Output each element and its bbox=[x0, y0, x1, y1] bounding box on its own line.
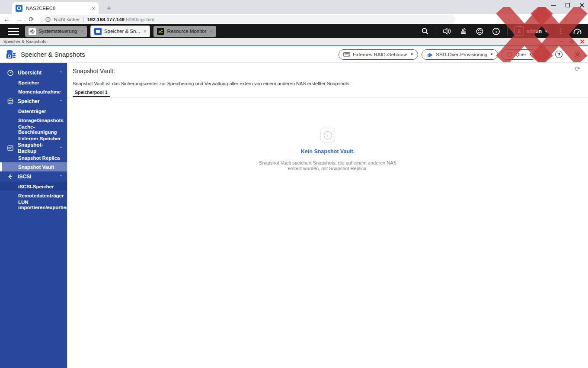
taskbar-separator bbox=[436, 27, 436, 36]
forward-icon[interactable]: → bbox=[16, 16, 22, 23]
tab-close-icon[interactable]: × bbox=[92, 6, 95, 11]
content-description: Snapshot Vault ist das Sicherungscenter … bbox=[73, 81, 588, 86]
more-options-icon[interactable]: ⋮ bbox=[553, 24, 569, 38]
chevron-up-icon[interactable]: ⌃ bbox=[59, 99, 63, 104]
site-info-icon[interactable] bbox=[45, 17, 51, 22]
page-title: Speicher & Snapshots bbox=[21, 51, 85, 58]
empty-state-text: Snapshot Vault speichert Snapshots, die … bbox=[256, 160, 399, 171]
window-maximize-button[interactable] bbox=[569, 39, 574, 44]
tab-close-icon[interactable]: × bbox=[210, 29, 212, 34]
browser-toolbar: ← → ⟳ Nicht sicher 192.168.177.149:8080/… bbox=[0, 14, 588, 24]
url-text: 192.168.177.149:8080/cgi-bin/ bbox=[87, 17, 154, 22]
empty-state: i Kein Snapshot Vault. Snapshot Vault sp… bbox=[67, 128, 588, 171]
sidebar-item-externer-speicher[interactable]: Externer Speicher bbox=[0, 134, 67, 143]
sidebar-item-iscsi-speicher[interactable]: iSCSI-Speicher bbox=[0, 182, 67, 191]
browser-tabstrip: NAS2CEEC8 × + bbox=[0, 0, 588, 14]
sidebar-item-remotedatentraeger[interactable]: Remotedatenträger bbox=[0, 191, 67, 200]
address-bar[interactable]: Nicht sicher 192.168.177.149:8080/cgi-bi… bbox=[40, 15, 455, 23]
tab-close-icon[interactable]: × bbox=[144, 29, 146, 34]
sidebar-item-snapshot-replica[interactable]: Snapshot Replica bbox=[0, 153, 67, 162]
taskbar-tab-label: Speicher & Sn... bbox=[104, 29, 140, 34]
sidebar-section-snapshot-backup[interactable]: Snapshot-Backup ⌃ bbox=[0, 143, 67, 153]
taskbar-separator bbox=[507, 27, 508, 36]
notifications-bell-icon[interactable] bbox=[540, 51, 552, 58]
site-favicon-icon bbox=[16, 5, 22, 12]
main-menu-icon[interactable] bbox=[8, 28, 19, 35]
browser-close-button[interactable] bbox=[579, 3, 585, 8]
window-minimize-button[interactable] bbox=[559, 41, 563, 42]
qtier-button[interactable]: Qtier ▼ bbox=[502, 49, 537, 60]
qtier-icon bbox=[506, 52, 513, 57]
chevron-up-icon[interactable]: ⌃ bbox=[59, 146, 63, 151]
window-controls bbox=[559, 39, 585, 44]
sidebar-item-momentaufnahme[interactable]: Momentaufnahme bbox=[0, 87, 67, 96]
browser-minimize-button[interactable] bbox=[551, 5, 556, 6]
help-icon[interactable]: ? bbox=[555, 51, 562, 58]
tab-close-icon[interactable]: × bbox=[81, 29, 83, 34]
sidebar-item-snapshot-vault[interactable]: Snapshot Vault bbox=[0, 162, 67, 171]
new-tab-button[interactable]: + bbox=[105, 4, 113, 13]
settings-gear-icon[interactable] bbox=[572, 50, 583, 58]
dashboard-gauge-icon[interactable] bbox=[569, 24, 585, 38]
ssd-over-provisioning-button[interactable]: SSD-Over-Provisioning ▼ bbox=[422, 49, 498, 60]
refresh-icon[interactable]: ⟳ bbox=[575, 65, 580, 73]
sidebar: Übersicht ⌃ Speicher Momentaufnahme Spei… bbox=[0, 63, 67, 368]
external-raid-button[interactable]: Externes RAID-Gehäuse ▼ bbox=[339, 49, 418, 60]
section-label: Speicher bbox=[18, 98, 40, 104]
taskbar-tab-systemsteuerung[interactable]: Systemsteuerung × bbox=[25, 26, 87, 37]
sidebar-section-speicher[interactable]: Speicher ⌃ bbox=[0, 96, 67, 107]
sidebar-section-iscsi[interactable]: iSCSI ⌃ bbox=[0, 171, 67, 182]
background-tasks-icon[interactable] bbox=[455, 24, 472, 38]
chevron-up-icon[interactable]: ⌃ bbox=[59, 71, 63, 75]
section-label: Übersicht bbox=[18, 70, 42, 76]
sidebar-item-speicher[interactable]: Speicher bbox=[0, 78, 67, 87]
info-circle-icon: i bbox=[324, 131, 332, 139]
taskbar-tab-speicher-snapshots[interactable]: Speicher & Sn... × bbox=[91, 26, 150, 37]
browser-menu-icon[interactable]: ⋮ bbox=[575, 16, 581, 23]
sidebar-item-storage-snapshots[interactable]: Storage/Snapshots bbox=[0, 116, 67, 125]
address-divider bbox=[83, 17, 84, 22]
chevron-up-icon[interactable]: ⌃ bbox=[59, 174, 63, 179]
section-label: iSCSI bbox=[18, 174, 31, 180]
reload-icon[interactable]: ⟳ bbox=[29, 16, 34, 23]
empty-state-title: Kein Snapshot Vault. bbox=[301, 148, 355, 155]
button-label: Qtier bbox=[515, 52, 526, 57]
caret-down-icon: ▼ bbox=[529, 52, 532, 56]
sync-status-icon[interactable] bbox=[472, 24, 488, 38]
url-path: :8080/cgi-bin/ bbox=[125, 17, 154, 22]
ssd-icon bbox=[426, 52, 433, 57]
browser-maximize-button[interactable] bbox=[566, 3, 570, 7]
security-label: Nicht sicher bbox=[54, 17, 80, 22]
storage-snapshots-icon bbox=[94, 28, 102, 35]
disks-stack-icon bbox=[7, 98, 14, 105]
volume-icon[interactable] bbox=[439, 24, 455, 38]
main-content: ⟳ Snapshot Vault: Snapshot Vault ist das… bbox=[67, 63, 588, 368]
storage-snapshots-app-icon bbox=[5, 49, 16, 60]
back-icon[interactable]: ← bbox=[3, 16, 10, 23]
notification-info-icon[interactable] bbox=[488, 24, 505, 38]
app-header-actions: Externes RAID-Gehäuse ▼ SSD-Over-Provisi… bbox=[339, 49, 583, 60]
sidebar-item-cache-beschleunigung[interactable]: Cache-Beschleunigung bbox=[0, 125, 67, 134]
taskbar-tab-label: Systemsteuerung bbox=[38, 29, 77, 34]
tab-speicherpool-1[interactable]: Speicherpool 1 bbox=[73, 90, 110, 97]
snapshot-camera-icon bbox=[7, 145, 14, 151]
url-host: 192.168.177.149 bbox=[87, 17, 125, 22]
avatar-icon bbox=[514, 26, 524, 36]
bookmark-star-icon[interactable]: ☆ bbox=[563, 16, 568, 23]
browser-tab[interactable]: NAS2CEEC8 × bbox=[12, 2, 99, 14]
search-icon[interactable] bbox=[417, 24, 433, 38]
caret-down-icon: ▼ bbox=[490, 52, 493, 56]
window-close-button[interactable] bbox=[580, 39, 585, 44]
browser-tab-title: NAS2CEEC8 bbox=[26, 6, 88, 11]
app-header: Speicher & Snapshots Externes RAID-Gehäu… bbox=[0, 46, 588, 63]
content-heading: Snapshot Vault: bbox=[73, 68, 588, 74]
user-menu[interactable]: admin ▼ bbox=[510, 26, 553, 36]
button-label: SSD-Over-Provisioning bbox=[436, 52, 487, 57]
sidebar-item-datentraeger[interactable]: Datenträger bbox=[0, 107, 67, 116]
sidebar-item-lun-import-export[interactable]: LUN importieren/exportier bbox=[0, 200, 67, 209]
window-title: Speicher & Snapshots bbox=[3, 39, 46, 44]
caret-down-icon: ▼ bbox=[544, 29, 548, 33]
browser-window-controls bbox=[551, 1, 585, 10]
taskbar-tab-resource-monitor[interactable]: Resource Monitor × bbox=[153, 26, 216, 37]
sidebar-section-uebersicht[interactable]: Übersicht ⌃ bbox=[0, 68, 67, 78]
